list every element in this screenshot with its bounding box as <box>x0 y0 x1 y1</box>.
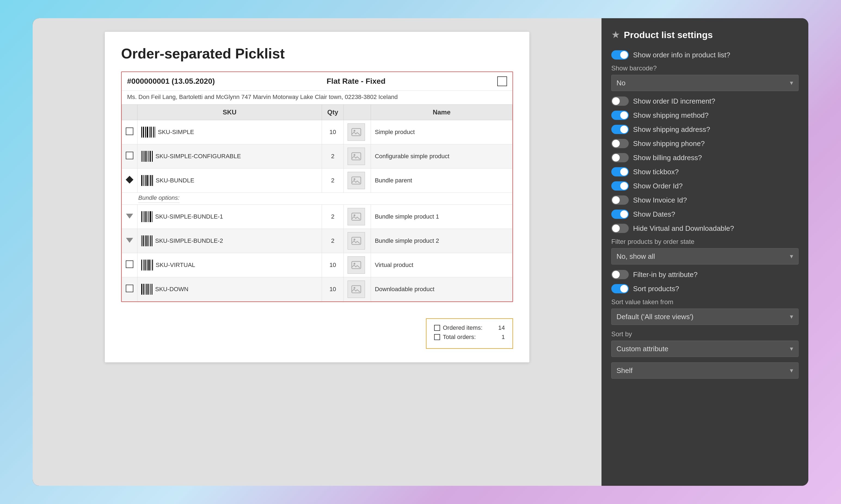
toggle-order-id[interactable] <box>611 181 629 191</box>
product-image-placeholder <box>347 256 365 274</box>
row-qty: 10 <box>322 277 344 302</box>
col-qty: Qty <box>322 105 344 120</box>
show-barcode-label: Show barcode? <box>611 65 799 72</box>
table-row: SKU-SIMPLE-BUNDLE-1 2 Bundle simple prod… <box>122 205 513 229</box>
row-image <box>344 253 371 277</box>
show-barcode-dropdown[interactable]: No Yes <box>611 75 799 91</box>
filter-products-dropdown[interactable]: No, show all Pending Processing Complete <box>611 248 799 265</box>
col-sku: SKU <box>137 105 322 120</box>
row-name: Simple product <box>371 120 513 144</box>
summary-total-label: Total orders: <box>434 334 476 341</box>
toggle-hide-virtual[interactable] <box>611 224 629 233</box>
toggle-label-billing-address: Show billing address? <box>633 154 702 162</box>
sort-by-sub-dropdown-wrapper: Shelf Category Color ▼ <box>611 362 799 379</box>
settings-panel: ★ Product list settings Show order info … <box>601 18 808 486</box>
row-qty: 2 <box>322 144 344 168</box>
product-image-placeholder <box>347 208 365 226</box>
row-image <box>344 120 371 144</box>
document-paper: Order-separated Picklist #000000001 (13.… <box>105 32 529 362</box>
sort-by-dropdown[interactable]: Custom attribute Name SKU Price <box>611 341 799 357</box>
toggle-row-dates: Show Dates? <box>611 210 799 219</box>
summary-total-value: 1 <box>502 334 505 341</box>
table-row: SKU-DOWN 10 Downloadable product <box>122 277 513 302</box>
toggle-tickbox[interactable] <box>611 167 629 176</box>
table-row: SKU-SIMPLE 10 Simple product <box>122 120 513 144</box>
toggle-show-order-info[interactable] <box>611 50 629 59</box>
row-qty: 10 <box>322 120 344 144</box>
toggle-dates[interactable] <box>611 210 629 219</box>
row-indicator <box>122 205 137 229</box>
row-name: Downloadable product <box>371 277 513 302</box>
row-qty: 2 <box>322 168 344 193</box>
bundle-options-label: Bundle options: <box>122 193 513 205</box>
barcode-image <box>141 175 153 186</box>
toggle-shipping-method[interactable] <box>611 111 629 120</box>
sort-by-sub-dropdown[interactable]: Shelf Category Color <box>611 362 799 379</box>
product-image-placeholder <box>347 172 365 189</box>
toggle-order-id-increment[interactable] <box>611 96 629 106</box>
row-qty: 10 <box>322 253 344 277</box>
row-sku: SKU-SIMPLE-BUNDLE-1 <box>137 205 322 229</box>
toggle-row-tickbox: Show tickbox? <box>611 167 799 176</box>
document-area: Order-separated Picklist #000000001 (13.… <box>33 18 601 486</box>
barcode-image <box>141 127 155 138</box>
barcode-cell: SKU-VIRTUAL <box>141 259 318 270</box>
row-checkbox[interactable] <box>126 285 133 292</box>
svg-point-3 <box>354 154 356 156</box>
toggle-row-invoice-id: Show Invoice Id? <box>611 196 799 205</box>
order-checkbox[interactable] <box>497 76 507 86</box>
barcode-cell: SKU-DOWN <box>141 284 318 295</box>
row-checkbox[interactable] <box>126 152 133 159</box>
order-address: Ms. Don Feil Lang, Bartoletti and McGlyn… <box>122 91 513 104</box>
barcode-image <box>141 235 152 246</box>
toggle-row-sort-products: Sort products? <box>611 284 799 293</box>
row-checkbox[interactable] <box>126 260 133 268</box>
toggle-row-filter-attribute: Filter-in by attribute? <box>611 270 799 279</box>
toggle-sort-products[interactable] <box>611 284 629 293</box>
barcode-image <box>141 151 153 162</box>
svg-point-11 <box>354 263 356 265</box>
toggle-label-sort-products: Sort products? <box>633 285 679 293</box>
row-indicator <box>122 277 137 302</box>
toggle-billing-address[interactable] <box>611 153 629 162</box>
star-icon: ★ <box>611 29 620 40</box>
toggle-filter-attribute[interactable] <box>611 270 629 279</box>
row-qty: 2 <box>322 229 344 253</box>
product-image-placeholder <box>347 148 365 165</box>
row-name: Bundle parent <box>371 168 513 193</box>
svg-point-5 <box>354 178 356 180</box>
order-header-top: #000000001 (13.05.2020) Flat Rate - Fixe… <box>122 72 513 91</box>
summary-checkbox <box>434 325 440 331</box>
toggle-invoice-id[interactable] <box>611 196 629 205</box>
sort-value-dropdown[interactable]: Default ('All store views') Store view 1 <box>611 308 799 325</box>
table-row: SKU-SIMPLE-BUNDLE-2 2 Bundle simple prod… <box>122 229 513 253</box>
toggle-shipping-phone[interactable] <box>611 139 629 148</box>
product-image-placeholder <box>347 232 365 250</box>
order-number: #000000001 (13.05.2020) <box>127 77 215 86</box>
toggle-row-order-id-increment: Show order ID increment? <box>611 96 799 106</box>
row-image <box>344 168 371 193</box>
svg-point-13 <box>354 287 356 289</box>
toggle-label-filter-attribute: Filter-in by attribute? <box>633 270 698 279</box>
row-name: Virtual product <box>371 253 513 277</box>
product-image-placeholder <box>347 281 365 298</box>
show-barcode-dropdown-wrapper: No Yes ▼ <box>611 75 799 91</box>
toggle-label-order-id-increment: Show order ID increment? <box>633 97 715 106</box>
bundle-options-row: Bundle options: <box>122 193 513 205</box>
toggle-label-dates: Show Dates? <box>633 210 675 219</box>
summary-ordered-value: 14 <box>498 324 505 331</box>
row-sku: SKU-VIRTUAL <box>137 253 322 277</box>
toggle-label-invoice-id: Show Invoice Id? <box>633 196 687 204</box>
summary-ordered-row: Ordered items: 14 <box>434 324 505 331</box>
row-sku: SKU-BUNDLE <box>137 168 322 193</box>
summary-box: Ordered items: 14 Total orders: 1 <box>426 318 513 349</box>
toggle-shipping-address[interactable] <box>611 125 629 134</box>
toggle-label-order-id: Show Order Id? <box>633 182 683 190</box>
sort-value-dropdown-wrapper: Default ('All store views') Store view 1… <box>611 308 799 325</box>
toggle-row-order-id: Show Order Id? <box>611 181 799 191</box>
product-image-placeholder <box>347 123 365 141</box>
sort-by-label: Sort by <box>611 330 799 338</box>
row-indicator <box>122 168 137 193</box>
row-checkbox[interactable] <box>126 127 133 135</box>
row-sku: SKU-SIMPLE <box>137 120 322 144</box>
